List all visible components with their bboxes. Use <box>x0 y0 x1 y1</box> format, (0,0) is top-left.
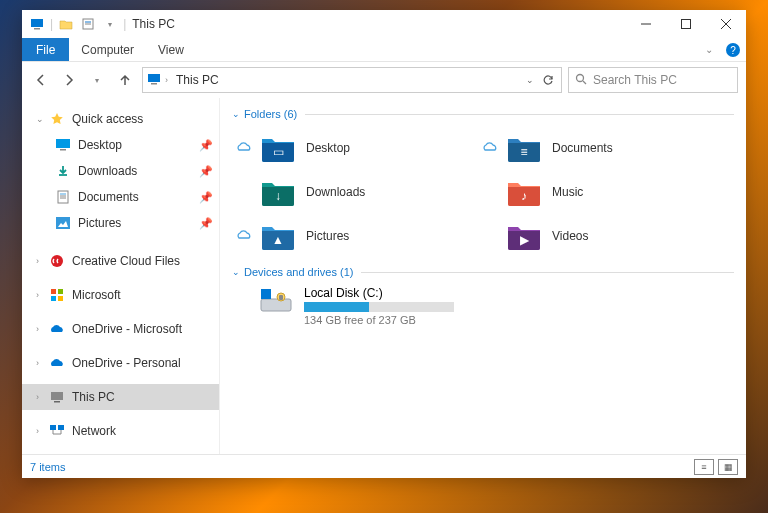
star-icon <box>48 111 66 127</box>
folder-icon: ♪ <box>506 176 542 208</box>
chevron-right-icon[interactable]: › <box>36 256 48 266</box>
chevron-down-icon[interactable]: ⌄ <box>36 114 48 124</box>
svg-text:▭: ▭ <box>273 145 284 159</box>
qat-dropdown-icon[interactable]: ▾ <box>102 16 118 32</box>
sidebar-item-label: Downloads <box>78 164 137 178</box>
drive-label: Local Disk (C:) <box>304 286 454 300</box>
svg-text:≡: ≡ <box>520 145 527 159</box>
breadcrumb[interactable]: This PC <box>176 73 219 87</box>
titlebar-separator: | <box>123 17 126 31</box>
chevron-right-icon[interactable]: › <box>36 426 48 436</box>
drive-item[interactable]: Local Disk (C:) 134 GB free of 237 GB <box>220 280 746 332</box>
window-title: This PC <box>132 17 175 31</box>
chevron-down-icon[interactable]: ⌄ <box>232 109 240 119</box>
file-tab[interactable]: File <box>22 38 69 61</box>
svg-rect-25 <box>58 296 63 301</box>
search-input[interactable]: Search This PC <box>568 67 738 93</box>
sidebar-item-label: Quick access <box>72 112 143 126</box>
cloud-status-icon <box>482 141 500 156</box>
sidebar-quick-access[interactable]: ⌄ Quick access <box>22 106 219 132</box>
chevron-right-icon: › <box>165 75 168 85</box>
sidebar-item-documents[interactable]: Documents📌 <box>22 184 219 210</box>
folder-item[interactable]: ↓Downloads <box>228 170 474 214</box>
pin-icon[interactable]: 📌 <box>199 191 213 204</box>
folder-label: Videos <box>552 229 588 243</box>
folder-icon: ▭ <box>260 132 296 164</box>
sidebar-item-onedrive[interactable]: ›OneDrive - Personal <box>22 350 219 376</box>
help-icon[interactable]: ? <box>726 43 740 57</box>
folder-label: Music <box>552 185 583 199</box>
chevron-right-icon[interactable]: › <box>36 290 48 300</box>
svg-text:▶: ▶ <box>520 233 530 247</box>
cloud-status-icon <box>236 141 254 156</box>
desktop-icon <box>54 137 72 153</box>
search-placeholder: Search This PC <box>593 73 677 87</box>
content-pane[interactable]: ⌄ Folders (6) ▭Desktop≡Documents↓Downloa… <box>220 98 746 454</box>
address-bar[interactable]: › This PC ⌄ <box>142 67 562 93</box>
sidebar-item-downloads[interactable]: Downloads📌 <box>22 158 219 184</box>
folder-icon: ≡ <box>506 132 542 164</box>
sidebar-item-ms[interactable]: ›Microsoft <box>22 282 219 308</box>
address-dropdown-icon[interactable]: ⌄ <box>521 75 539 85</box>
folder-item[interactable]: ▭Desktop <box>228 126 474 170</box>
svg-rect-6 <box>682 20 691 29</box>
drive-icon <box>258 286 294 316</box>
svg-rect-9 <box>148 74 160 82</box>
view-icons-button[interactable]: ▦ <box>718 459 738 475</box>
chevron-right-icon[interactable]: › <box>36 358 48 368</box>
folder-item[interactable]: ▲Pictures <box>228 214 474 258</box>
svg-rect-14 <box>60 149 66 151</box>
pin-icon[interactable]: 📌 <box>199 139 213 152</box>
sidebar-item-pc[interactable]: ›This PC <box>22 384 219 410</box>
minimize-button[interactable] <box>626 10 666 38</box>
recent-dropdown[interactable]: ▾ <box>86 69 108 91</box>
folder-item[interactable]: ♪Music <box>474 170 720 214</box>
svg-rect-0 <box>31 19 43 27</box>
svg-rect-23 <box>58 289 63 294</box>
drive-free-text: 134 GB free of 237 GB <box>304 314 454 326</box>
sidebar-item-pictures[interactable]: Pictures📌 <box>22 210 219 236</box>
ribbon: File Computer View ⌄ ? <box>22 38 746 62</box>
drives-group-header[interactable]: ⌄ Devices and drives (1) <box>220 264 746 280</box>
maximize-button[interactable] <box>666 10 706 38</box>
pictures-icon <box>54 215 72 231</box>
sidebar-item-cc[interactable]: ›Creative Cloud Files <box>22 248 219 274</box>
svg-text:▲: ▲ <box>272 233 284 247</box>
pin-icon[interactable]: 📌 <box>199 165 213 178</box>
back-button[interactable] <box>30 69 52 91</box>
properties-qat-icon[interactable] <box>80 16 96 32</box>
ms-icon <box>48 287 66 303</box>
folder-icon: ↓ <box>260 176 296 208</box>
folder-item[interactable]: ≡Documents <box>474 126 720 170</box>
view-details-button[interactable]: ≡ <box>694 459 714 475</box>
folders-group-header[interactable]: ⌄ Folders (6) <box>220 106 746 122</box>
search-icon <box>575 73 587 88</box>
pin-icon[interactable]: 📌 <box>199 217 213 230</box>
sidebar-item-desktop[interactable]: Desktop📌 <box>22 132 219 158</box>
refresh-icon[interactable] <box>539 74 557 86</box>
pc-icon <box>48 389 66 405</box>
chevron-down-icon[interactable]: ⌄ <box>232 267 240 277</box>
sidebar-item-onedrive[interactable]: ›OneDrive - Microsoft <box>22 316 219 342</box>
svg-rect-27 <box>54 401 60 403</box>
tab-computer[interactable]: Computer <box>69 38 146 61</box>
svg-rect-42 <box>279 295 283 300</box>
chevron-right-icon[interactable]: › <box>36 324 48 334</box>
svg-rect-26 <box>51 392 63 400</box>
up-button[interactable] <box>114 69 136 91</box>
network-icon <box>48 423 66 439</box>
sidebar-item-network[interactable]: ›Network <box>22 418 219 444</box>
forward-button[interactable] <box>58 69 80 91</box>
onedrive-icon <box>48 355 66 371</box>
sidebar-item-label: OneDrive - Microsoft <box>72 322 182 336</box>
tab-view[interactable]: View <box>146 38 196 61</box>
explorer-window: | ▾ | This PC File Computer View ⌄ ? ▾ ›… <box>22 10 746 478</box>
svg-text:↓: ↓ <box>275 189 281 203</box>
ribbon-expand-icon[interactable]: ⌄ <box>698 38 720 61</box>
folder-qat-icon[interactable] <box>58 16 74 32</box>
svg-rect-10 <box>151 83 157 85</box>
group-label: Devices and drives (1) <box>244 266 353 278</box>
chevron-right-icon[interactable]: › <box>36 392 48 402</box>
folder-item[interactable]: ▶Videos <box>474 214 720 258</box>
close-button[interactable] <box>706 10 746 38</box>
